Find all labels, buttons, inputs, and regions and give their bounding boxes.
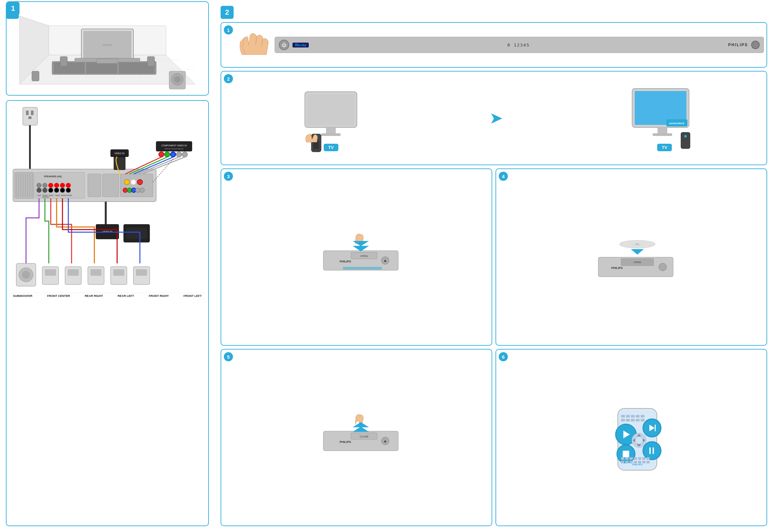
svg-rect-185 bbox=[625, 461, 629, 463]
svg-rect-168 bbox=[626, 415, 630, 418]
svg-rect-116 bbox=[658, 127, 667, 134]
remote-svg: PHILIPS bbox=[589, 405, 686, 470]
svg-rect-171 bbox=[641, 415, 645, 418]
svg-rect-120 bbox=[681, 132, 690, 149]
svg-text:PB/CB  PR/CB  PR/CR: PB/CB PR/CB PR/CR bbox=[165, 148, 184, 150]
svg-marker-147 bbox=[353, 422, 369, 427]
tv-inactive: TV bbox=[298, 85, 363, 151]
svg-point-41 bbox=[37, 183, 41, 188]
svg-marker-148 bbox=[353, 427, 369, 432]
svg-point-68 bbox=[131, 188, 136, 193]
step4-box: 4 OPEN PHILIPS bbox=[496, 168, 767, 346]
tv2-svg: AV/SOURCE bbox=[629, 85, 700, 150]
tv-label-1: TV bbox=[324, 144, 338, 151]
svg-text:PHILIPS: PHILIPS bbox=[632, 463, 643, 466]
svg-rect-19 bbox=[97, 59, 118, 63]
svg-rect-181 bbox=[638, 457, 641, 460]
player-power-btn: ⏻ bbox=[279, 40, 289, 50]
svg-point-49 bbox=[60, 183, 65, 188]
svg-point-47 bbox=[54, 183, 59, 188]
step2-arrow: ➤ bbox=[489, 109, 503, 127]
step5-badge: 5 bbox=[224, 352, 233, 361]
section2-badge-row: 2 bbox=[220, 6, 767, 19]
svg-rect-13 bbox=[54, 62, 85, 73]
right-panel: 2 1 ⏻ Blu-ray 0 12345 bbox=[215, 0, 773, 532]
svg-rect-189 bbox=[642, 461, 646, 463]
svg-rect-26 bbox=[31, 111, 33, 115]
svg-marker-135 bbox=[631, 249, 644, 255]
svg-rect-178 bbox=[625, 457, 629, 460]
svg-rect-60 bbox=[88, 174, 101, 197]
svg-point-158 bbox=[643, 442, 661, 460]
svg-text:FRONT: FRONT bbox=[67, 194, 72, 196]
step2-badge: 2 bbox=[224, 74, 233, 83]
svg-rect-169 bbox=[631, 415, 635, 418]
svg-point-42 bbox=[37, 188, 41, 193]
front-left-label: FRONT LEFT bbox=[183, 294, 202, 298]
svg-rect-62 bbox=[120, 174, 153, 197]
svg-rect-167 bbox=[621, 415, 625, 418]
room-illustration-box: 1 PHILIPS bbox=[6, 1, 209, 96]
step1-box: 1 ⏻ Blu-ray 0 12345 bbox=[220, 22, 767, 68]
svg-point-65 bbox=[137, 180, 142, 185]
svg-rect-25 bbox=[26, 111, 29, 115]
svg-marker-131 bbox=[353, 241, 369, 246]
svg-rect-177 bbox=[621, 457, 624, 460]
svg-point-162 bbox=[636, 437, 642, 444]
svg-point-63 bbox=[124, 180, 129, 185]
svg-point-80 bbox=[176, 152, 181, 157]
svg-point-70 bbox=[140, 188, 144, 193]
svg-point-78 bbox=[165, 152, 170, 157]
svg-text:▲: ▲ bbox=[383, 258, 387, 263]
step5-svg: CLOSE PHILIPS ▲ bbox=[313, 412, 411, 464]
svg-point-52 bbox=[66, 188, 71, 193]
step1-content: ⏻ Blu-ray 0 12345 PHILIPS bbox=[221, 23, 766, 67]
svg-text:OPEN: OPEN bbox=[360, 255, 367, 258]
svg-rect-105 bbox=[136, 269, 147, 276]
front-right-label: FRONT RIGHT bbox=[149, 294, 169, 298]
svg-rect-190 bbox=[646, 461, 650, 463]
svg-point-44 bbox=[43, 188, 47, 193]
philips-logo: PHILIPS bbox=[728, 43, 748, 47]
svg-rect-183 bbox=[646, 457, 650, 460]
svg-rect-97 bbox=[45, 269, 56, 276]
svg-rect-73 bbox=[114, 157, 125, 170]
svg-point-121 bbox=[684, 135, 687, 138]
step3-box: 3 OPEN PHILIPS ▲ bbox=[220, 168, 492, 346]
rear-right-label: REAR RIGHT bbox=[85, 294, 103, 298]
svg-rect-182 bbox=[642, 457, 646, 460]
step3-badge: 3 bbox=[224, 172, 233, 181]
svg-text:CLOSE: CLOSE bbox=[359, 435, 368, 438]
wiring-content: SPEAKERS (4Ω) SUB FRO bbox=[7, 101, 208, 525]
bluray-badge: Blu-ray bbox=[292, 43, 309, 47]
volume-knob bbox=[751, 41, 760, 49]
svg-point-77 bbox=[159, 152, 164, 157]
section-badge-1: 1 bbox=[7, 2, 20, 15]
step2-box: 2 bbox=[220, 71, 767, 165]
svg-rect-101 bbox=[90, 269, 101, 276]
step4-svg: OPEN PHILIPS bbox=[589, 231, 686, 283]
svg-rect-61 bbox=[102, 174, 119, 197]
svg-rect-18 bbox=[147, 57, 154, 66]
svg-rect-20 bbox=[32, 71, 39, 81]
svg-rect-99 bbox=[68, 269, 79, 276]
svg-text:SPEAKERS (4Ω): SPEAKERS (4Ω) bbox=[44, 175, 62, 178]
rear-left-label: REAR LEFT bbox=[118, 294, 134, 298]
svg-point-50 bbox=[60, 188, 65, 193]
tv-active: AV/SOURCE TV bbox=[629, 85, 700, 151]
svg-point-48 bbox=[54, 188, 59, 193]
svg-text:COMPONENT VIDEO IN: COMPONENT VIDEO IN bbox=[161, 144, 187, 147]
tv-label-2: TV bbox=[657, 144, 672, 151]
bottom-grid: 3 OPEN PHILIPS ▲ bbox=[220, 168, 767, 526]
step3-svg: OPEN PHILIPS ▲ bbox=[313, 231, 411, 283]
room-illustration: PHILIPS bbox=[7, 2, 208, 95]
svg-text:SUB: SUB bbox=[37, 194, 41, 196]
svg-rect-186 bbox=[630, 461, 633, 463]
svg-rect-128 bbox=[343, 267, 382, 270]
svg-text:PHILIPS: PHILIPS bbox=[611, 266, 623, 270]
svg-text:REAR: REAR bbox=[49, 194, 53, 196]
svg-point-69 bbox=[136, 188, 140, 193]
svg-rect-179 bbox=[630, 457, 633, 460]
svg-rect-154 bbox=[623, 451, 629, 457]
svg-text:▲: ▲ bbox=[383, 439, 387, 443]
